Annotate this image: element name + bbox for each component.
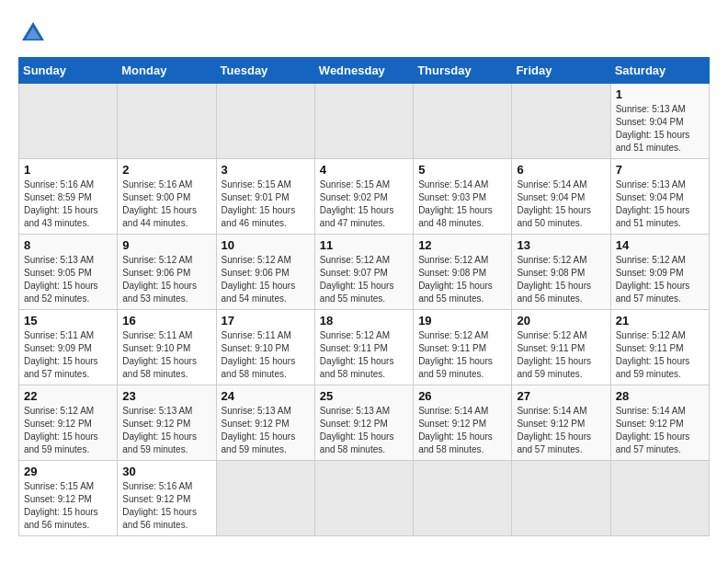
day-cell-20: 20Sunrise: 5:12 AM Sunset: 9:11 PM Dayli…: [512, 310, 610, 385]
day-number: 30: [122, 465, 210, 478]
col-header-thursday: Thursday: [414, 58, 512, 84]
day-number: 6: [517, 163, 605, 177]
day-number: 5: [418, 163, 506, 177]
col-header-friday: Friday: [512, 58, 610, 84]
day-number: 17: [222, 314, 310, 327]
day-info: Sunrise: 5:11 AM Sunset: 9:09 PM Dayligh…: [24, 329, 112, 381]
logo: [18, 18, 51, 48]
day-number: 13: [517, 238, 605, 252]
day-number: 1: [24, 163, 112, 177]
day-info: Sunrise: 5:12 AM Sunset: 9:08 PM Dayligh…: [418, 254, 506, 305]
day-cell-14: 14Sunrise: 5:12 AM Sunset: 9:09 PM Dayli…: [610, 235, 709, 310]
day-cell-4: 4Sunrise: 5:15 AM Sunset: 9:02 PM Daylig…: [314, 159, 413, 235]
day-info: Sunrise: 5:16 AM Sunset: 8:59 PM Dayligh…: [24, 178, 112, 230]
calendar-week-5: 22Sunrise: 5:12 AM Sunset: 9:12 PM Dayli…: [19, 385, 710, 461]
day-number: 24: [222, 389, 310, 403]
page-header: [18, 18, 710, 48]
day-info: Sunrise: 5:14 AM Sunset: 9:12 PM Dayligh…: [616, 405, 704, 456]
day-info: Sunrise: 5:13 AM Sunset: 9:05 PM Dayligh…: [24, 254, 112, 305]
day-info: Sunrise: 5:16 AM Sunset: 9:12 PM Dayligh…: [122, 480, 210, 532]
day-info: Sunrise: 5:13 AM Sunset: 9:12 PM Dayligh…: [320, 405, 408, 456]
day-cell-7: 7Sunrise: 5:13 AM Sunset: 9:04 PM Daylig…: [610, 159, 709, 235]
day-number: 21: [616, 314, 704, 327]
day-number: 25: [320, 389, 408, 403]
day-number: 27: [517, 389, 605, 403]
calendar-week-2: 1Sunrise: 5:16 AM Sunset: 8:59 PM Daylig…: [19, 159, 710, 235]
day-info: Sunrise: 5:12 AM Sunset: 9:12 PM Dayligh…: [24, 405, 112, 456]
day-info: Sunrise: 5:14 AM Sunset: 9:03 PM Dayligh…: [418, 178, 506, 230]
day-cell-24: 24Sunrise: 5:13 AM Sunset: 9:12 PM Dayli…: [216, 385, 314, 461]
day-info: Sunrise: 5:11 AM Sunset: 9:10 PM Dayligh…: [122, 329, 210, 381]
empty-cell: [512, 461, 610, 536]
day-number: 20: [517, 314, 605, 327]
day-number: 26: [418, 389, 506, 403]
calendar-header-row: SundayMondayTuesdayWednesdayThursdayFrid…: [19, 58, 710, 84]
day-info: Sunrise: 5:15 AM Sunset: 9:02 PM Dayligh…: [320, 178, 408, 230]
calendar: SundayMondayTuesdayWednesdayThursdayFrid…: [18, 57, 710, 536]
day-number: 7: [616, 163, 704, 177]
day-cell-18: 18Sunrise: 5:12 AM Sunset: 9:11 PM Dayli…: [314, 310, 413, 385]
day-info: Sunrise: 5:16 AM Sunset: 9:00 PM Dayligh…: [122, 178, 210, 230]
day-info: Sunrise: 5:15 AM Sunset: 9:01 PM Dayligh…: [222, 178, 310, 230]
day-cell-6: 6Sunrise: 5:14 AM Sunset: 9:04 PM Daylig…: [512, 159, 610, 235]
day-number: 29: [24, 465, 112, 478]
day-number: 14: [616, 238, 704, 252]
day-cell-25: 25Sunrise: 5:13 AM Sunset: 9:12 PM Dayli…: [314, 385, 413, 461]
day-info: Sunrise: 5:12 AM Sunset: 9:11 PM Dayligh…: [418, 329, 506, 381]
empty-cell: [414, 461, 512, 536]
day-number: 4: [320, 163, 408, 177]
day-info: Sunrise: 5:12 AM Sunset: 9:06 PM Dayligh…: [222, 254, 310, 305]
day-info: Sunrise: 5:11 AM Sunset: 9:10 PM Dayligh…: [222, 329, 310, 381]
calendar-week-6: 29Sunrise: 5:15 AM Sunset: 9:12 PM Dayli…: [19, 461, 710, 536]
day-info: Sunrise: 5:13 AM Sunset: 9:12 PM Dayligh…: [222, 405, 310, 456]
empty-cell: [216, 461, 314, 536]
day-number: 19: [418, 314, 506, 327]
col-header-monday: Monday: [118, 58, 216, 84]
day-cell-17: 17Sunrise: 5:11 AM Sunset: 9:10 PM Dayli…: [216, 310, 314, 385]
empty-cell: [314, 84, 413, 159]
empty-cell: [19, 84, 118, 159]
day-info: Sunrise: 5:13 AM Sunset: 9:04 PM Dayligh…: [616, 103, 704, 155]
empty-cell: [118, 84, 216, 159]
day-number: 2: [122, 163, 210, 177]
day-cell-23: 23Sunrise: 5:13 AM Sunset: 9:12 PM Dayli…: [118, 385, 216, 461]
col-header-tuesday: Tuesday: [216, 58, 314, 84]
day-cell-8: 8Sunrise: 5:13 AM Sunset: 9:05 PM Daylig…: [19, 235, 118, 310]
logo-icon: [18, 18, 48, 48]
calendar-week-1: 1Sunrise: 5:13 AM Sunset: 9:04 PM Daylig…: [19, 84, 710, 159]
day-info: Sunrise: 5:12 AM Sunset: 9:06 PM Dayligh…: [122, 254, 210, 305]
day-cell-11: 11Sunrise: 5:12 AM Sunset: 9:07 PM Dayli…: [314, 235, 413, 310]
day-info: Sunrise: 5:12 AM Sunset: 9:11 PM Dayligh…: [616, 329, 704, 381]
col-header-wednesday: Wednesday: [314, 58, 413, 84]
day-cell-12: 12Sunrise: 5:12 AM Sunset: 9:08 PM Dayli…: [414, 235, 512, 310]
empty-cell: [512, 84, 610, 159]
empty-cell: [414, 84, 512, 159]
day-cell-9: 9Sunrise: 5:12 AM Sunset: 9:06 PM Daylig…: [118, 235, 216, 310]
day-info: Sunrise: 5:15 AM Sunset: 9:12 PM Dayligh…: [24, 480, 112, 532]
day-number: 16: [122, 314, 210, 327]
day-number: 9: [122, 238, 210, 252]
day-cell-30: 30Sunrise: 5:16 AM Sunset: 9:12 PM Dayli…: [118, 461, 216, 536]
day-number: 28: [616, 389, 704, 403]
day-cell-27: 27Sunrise: 5:14 AM Sunset: 9:12 PM Dayli…: [512, 385, 610, 461]
col-header-saturday: Saturday: [610, 58, 709, 84]
day-info: Sunrise: 5:12 AM Sunset: 9:08 PM Dayligh…: [517, 254, 605, 305]
day-cell-13: 13Sunrise: 5:12 AM Sunset: 9:08 PM Dayli…: [512, 235, 610, 310]
day-cell-10: 10Sunrise: 5:12 AM Sunset: 9:06 PM Dayli…: [216, 235, 314, 310]
day-info: Sunrise: 5:12 AM Sunset: 9:11 PM Dayligh…: [517, 329, 605, 381]
day-info: Sunrise: 5:12 AM Sunset: 9:09 PM Dayligh…: [616, 254, 704, 305]
day-cell-5: 5Sunrise: 5:14 AM Sunset: 9:03 PM Daylig…: [414, 159, 512, 235]
day-cell-22: 22Sunrise: 5:12 AM Sunset: 9:12 PM Dayli…: [19, 385, 118, 461]
day-cell-26: 26Sunrise: 5:14 AM Sunset: 9:12 PM Dayli…: [414, 385, 512, 461]
calendar-week-4: 15Sunrise: 5:11 AM Sunset: 9:09 PM Dayli…: [19, 310, 710, 385]
day-info: Sunrise: 5:14 AM Sunset: 9:04 PM Dayligh…: [517, 178, 605, 230]
day-number: 1: [616, 87, 704, 101]
col-header-sunday: Sunday: [19, 58, 118, 84]
empty-cell: [216, 84, 314, 159]
day-cell-2: 2Sunrise: 5:16 AM Sunset: 9:00 PM Daylig…: [118, 159, 216, 235]
calendar-week-3: 8Sunrise: 5:13 AM Sunset: 9:05 PM Daylig…: [19, 235, 710, 310]
day-cell-19: 19Sunrise: 5:12 AM Sunset: 9:11 PM Dayli…: [414, 310, 512, 385]
day-cell-21: 21Sunrise: 5:12 AM Sunset: 9:11 PM Dayli…: [610, 310, 709, 385]
day-info: Sunrise: 5:14 AM Sunset: 9:12 PM Dayligh…: [517, 405, 605, 456]
empty-cell: [314, 461, 413, 536]
